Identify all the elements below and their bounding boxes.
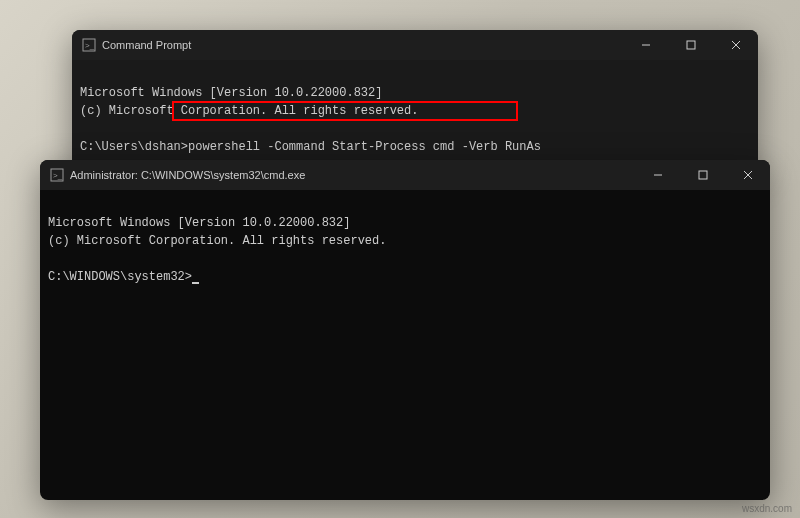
- cmd-icon: >_: [82, 38, 96, 52]
- titlebar-left: >_ Administrator: C:\WINDOWS\system32\cm…: [50, 168, 305, 182]
- maximize-button[interactable]: [680, 160, 725, 190]
- titlebar-front[interactable]: >_ Administrator: C:\WINDOWS\system32\cm…: [40, 160, 770, 190]
- svg-text:>_: >_: [85, 41, 95, 50]
- cursor: [192, 282, 199, 284]
- window-title-back: Command Prompt: [102, 39, 191, 51]
- terminal-body-back[interactable]: Microsoft Windows [Version 10.0.22000.83…: [72, 60, 758, 175]
- minimize-button[interactable]: [623, 30, 668, 60]
- titlebar-left: >_ Command Prompt: [82, 38, 191, 52]
- minimize-button[interactable]: [635, 160, 680, 190]
- cmd-icon: >_: [50, 168, 64, 182]
- entered-command: powershell -Command Start-Process cmd -V…: [188, 140, 541, 154]
- prompt-path: C:\WINDOWS\system32>: [48, 270, 192, 284]
- titlebar-back[interactable]: >_ Command Prompt: [72, 30, 758, 60]
- version-line: Microsoft Windows [Version 10.0.22000.83…: [80, 86, 382, 100]
- window-title-front: Administrator: C:\WINDOWS\system32\cmd.e…: [70, 169, 305, 181]
- svg-rect-3: [687, 41, 695, 49]
- terminal-body-front[interactable]: Microsoft Windows [Version 10.0.22000.83…: [40, 190, 770, 310]
- maximize-button[interactable]: [668, 30, 713, 60]
- window-controls-front: [635, 160, 770, 190]
- window-controls-back: [623, 30, 758, 60]
- command-prompt-window: >_ Command Prompt Microsoft Windows [Ver…: [72, 30, 758, 175]
- admin-cmd-window: >_ Administrator: C:\WINDOWS\system32\cm…: [40, 160, 770, 500]
- copyright-line: (c) Microsoft Corporation. All rights re…: [80, 104, 418, 118]
- version-line: Microsoft Windows [Version 10.0.22000.83…: [48, 216, 350, 230]
- watermark: wsxdn.com: [742, 503, 792, 514]
- copyright-line: (c) Microsoft Corporation. All rights re…: [48, 234, 386, 248]
- prompt-path: C:\Users\dshan>: [80, 140, 188, 154]
- close-button[interactable]: [713, 30, 758, 60]
- svg-text:>_: >_: [53, 171, 63, 180]
- close-button[interactable]: [725, 160, 770, 190]
- svg-rect-9: [699, 171, 707, 179]
